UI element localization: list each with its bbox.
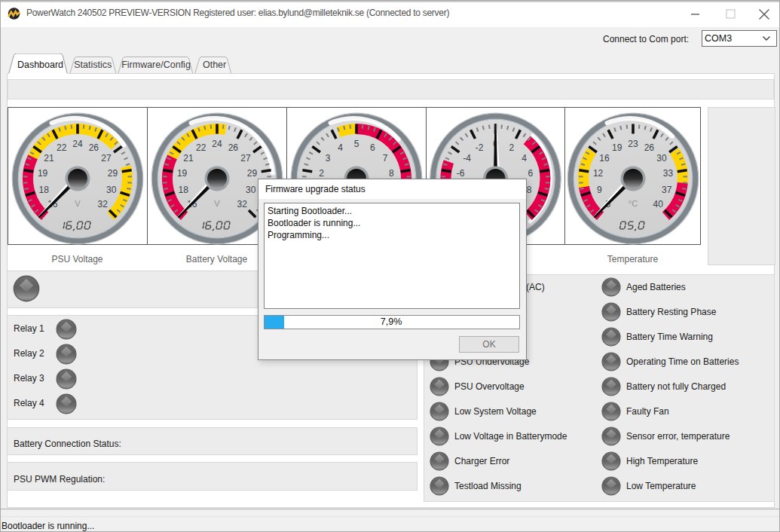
svg-text:19: 19: [612, 142, 622, 153]
svg-text:32: 32: [237, 199, 248, 209]
svg-text:33: 33: [663, 168, 674, 179]
svg-text:-2: -2: [476, 142, 484, 153]
svg-text:V: V: [75, 199, 81, 208]
svg-text:30: 30: [246, 185, 256, 195]
svg-text:8: 8: [389, 168, 394, 179]
svg-text:2: 2: [319, 168, 324, 179]
svg-text:22: 22: [57, 142, 67, 153]
svg-text:18: 18: [39, 185, 50, 195]
svg-text:12: 12: [593, 168, 604, 179]
svg-text:30: 30: [106, 185, 117, 195]
svg-text:18: 18: [179, 185, 189, 195]
svg-text:6: 6: [370, 142, 375, 153]
svg-text:3: 3: [326, 153, 331, 164]
svg-text:V: V: [214, 199, 220, 208]
svg-text:32: 32: [98, 199, 109, 209]
svg-text:21: 21: [44, 153, 54, 164]
svg-text:-4: -4: [463, 153, 471, 164]
svg-text:19: 19: [38, 168, 48, 179]
svg-text:19: 19: [177, 168, 188, 179]
svg-text:6: 6: [528, 168, 534, 179]
svg-text:Statistics: Statistics: [74, 60, 112, 70]
svg-text:4: 4: [338, 142, 343, 153]
svg-text:27: 27: [240, 153, 251, 164]
svg-text:29: 29: [247, 168, 258, 179]
svg-text:26: 26: [228, 142, 239, 153]
svg-text:40: 40: [653, 199, 664, 209]
svg-text:7: 7: [383, 153, 388, 164]
svg-text:4: 4: [522, 153, 527, 164]
svg-text:24: 24: [212, 139, 222, 149]
svg-text:16: 16: [599, 153, 610, 164]
svg-text:24: 24: [72, 139, 83, 149]
svg-text:27: 27: [101, 153, 112, 164]
svg-text:5: 5: [354, 139, 359, 149]
svg-text:21: 21: [183, 153, 194, 164]
svg-text:9: 9: [597, 185, 602, 195]
svg-text:Firmware/Config: Firmware/Config: [121, 60, 191, 70]
svg-text:37: 37: [662, 185, 672, 195]
svg-text:Dashboard: Dashboard: [17, 60, 63, 70]
svg-text:30: 30: [656, 153, 667, 164]
svg-text:2: 2: [509, 142, 514, 153]
svg-text:22: 22: [196, 142, 206, 153]
svg-text:Other: Other: [203, 60, 226, 70]
svg-text:26: 26: [89, 142, 99, 153]
svg-text:-6: -6: [457, 168, 465, 179]
svg-text:23: 23: [628, 139, 638, 149]
svg-text:°C: °C: [629, 199, 638, 208]
svg-text:8: 8: [527, 185, 532, 195]
svg-text:29: 29: [108, 168, 118, 179]
svg-text:26: 26: [644, 142, 655, 153]
